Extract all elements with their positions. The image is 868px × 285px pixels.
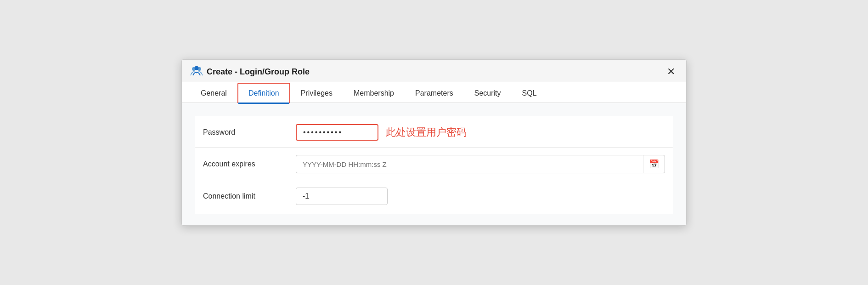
group-role-icon <box>190 65 203 78</box>
tab-privileges[interactable]: Privileges <box>290 83 343 103</box>
account-expires-input[interactable] <box>296 156 643 173</box>
password-control-area: 此处设置用户密码 <box>296 124 673 141</box>
dialog-title: Create - Login/Group Role <box>207 67 310 77</box>
dialog-content: Password 此处设置用户密码 Account expires 📅 <box>182 103 686 225</box>
svg-point-2 <box>195 66 199 70</box>
tab-membership[interactable]: Membership <box>343 83 405 103</box>
title-row: Create - Login/Group Role <box>190 65 310 78</box>
date-input-wrapper: 📅 <box>296 155 665 173</box>
connection-limit-input[interactable] <box>296 188 388 205</box>
account-expires-row: Account expires 📅 <box>195 148 673 180</box>
account-expires-label: Account expires <box>195 160 296 168</box>
tab-sql[interactable]: SQL <box>512 83 547 103</box>
connection-limit-control-area <box>296 188 673 205</box>
password-annotation: 此处设置用户密码 <box>386 125 467 139</box>
tab-general[interactable]: General <box>190 83 237 103</box>
definition-form: Password 此处设置用户密码 Account expires 📅 <box>195 116 673 214</box>
create-role-dialog: Create - Login/Group Role ✕ General Defi… <box>181 59 687 226</box>
connection-limit-label: Connection limit <box>195 192 296 200</box>
password-label: Password <box>195 128 296 137</box>
password-row: Password 此处设置用户密码 <box>195 118 673 148</box>
password-input[interactable] <box>296 124 378 141</box>
tab-security[interactable]: Security <box>464 83 512 103</box>
close-button[interactable]: ✕ <box>664 66 678 78</box>
tab-definition[interactable]: Definition <box>237 83 290 103</box>
dialog-header: Create - Login/Group Role ✕ <box>182 60 686 82</box>
tab-bar: General Definition Privileges Membership… <box>182 82 686 103</box>
calendar-button[interactable]: 📅 <box>643 155 665 173</box>
account-expires-control-area: 📅 <box>296 155 673 173</box>
tab-parameters[interactable]: Parameters <box>405 83 464 103</box>
connection-limit-row: Connection limit <box>195 181 673 211</box>
